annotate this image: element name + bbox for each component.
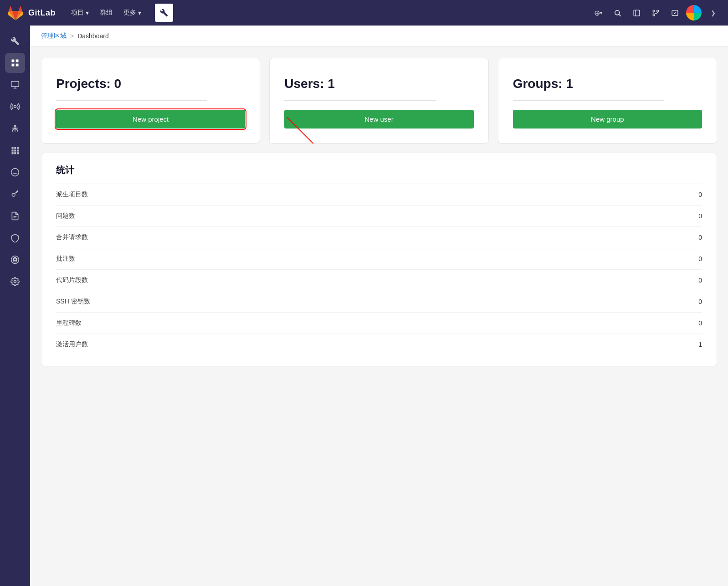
sidebar-item-shield[interactable] (5, 228, 25, 248)
stats-row: 合并请求数 0 (56, 227, 702, 248)
sidebar-item-monitor[interactable] (5, 75, 25, 95)
svg-rect-2 (634, 10, 640, 16)
svg-rect-12 (11, 82, 19, 87)
sidebar-item-docs[interactable] (5, 206, 25, 226)
sidebar (0, 26, 30, 586)
nav-projects[interactable]: 项目 ▾ (67, 6, 93, 20)
svg-point-16 (14, 125, 15, 127)
nav-groups[interactable]: 群组 (95, 6, 117, 20)
svg-rect-11 (16, 64, 19, 67)
sidebar-grid-icon (10, 58, 20, 67)
svg-line-31 (15, 190, 18, 194)
nav-more[interactable]: 更多 ▾ (119, 6, 146, 20)
stats-row: 问题数 0 (56, 206, 702, 227)
sidebar-anchor-icon (10, 124, 20, 133)
svg-point-39 (16, 258, 17, 260)
sidebar-monitor-icon (10, 80, 20, 89)
stat-value-2: 0 (698, 234, 702, 241)
stats-cards-row: Projects: 0 New project Users: 1 New use… (41, 58, 717, 144)
merge-request-icon (652, 9, 660, 17)
sidebar-item-anchor[interactable] (5, 118, 25, 139)
statistics-section: 统计 派生项目数 0 问题数 0 合并请求数 0 批注数 0 代码片段数 0 (41, 153, 717, 366)
svg-point-27 (11, 169, 19, 176)
svg-point-40 (14, 281, 16, 283)
sidebar-shield-icon (10, 233, 20, 242)
stat-value-3: 0 (698, 255, 702, 262)
sidebar-document-icon (10, 211, 20, 221)
svg-line-33 (16, 192, 17, 193)
projects-stat-label: Projects: 0 (56, 77, 121, 91)
svg-line-32 (17, 191, 18, 192)
sidebar-key-icon (10, 190, 20, 199)
stat-name-7: 激活用户数 (56, 340, 88, 349)
stats-row: 代码片段数 0 (56, 270, 702, 291)
main-content-area: 管理区域 > Dashboard Projects: 0 New project… (30, 26, 728, 586)
groups-divider (513, 100, 664, 101)
svg-rect-10 (12, 64, 15, 67)
stats-row: 激活用户数 1 (56, 334, 702, 355)
wrench-icon (160, 9, 168, 17)
stat-name-0: 派生项目数 (56, 190, 88, 199)
user-avatar[interactable] (686, 5, 702, 21)
search-button[interactable] (610, 5, 625, 21)
sidebar-toggle-button[interactable] (629, 5, 644, 21)
projects-divider (56, 100, 207, 101)
merge-request-button[interactable] (648, 5, 663, 21)
stat-name-1: 问题数 (56, 212, 75, 220)
svg-rect-22 (14, 149, 16, 151)
svg-rect-24 (12, 152, 14, 154)
sidebar-item-emoji[interactable] (5, 162, 25, 182)
stats-section-title: 统计 (56, 164, 702, 176)
svg-rect-19 (14, 147, 16, 149)
search-icon (614, 9, 621, 17)
main-layout: 管理区域 > Dashboard Projects: 0 New project… (0, 26, 728, 586)
sidebar-apps-icon (10, 146, 20, 155)
gitlab-logo (7, 5, 24, 21)
sidebar-item-keys[interactable] (5, 184, 25, 204)
groups-stat-label: Groups: 1 (513, 77, 573, 91)
breadcrumb-separator: > (70, 32, 74, 40)
svg-point-30 (12, 193, 15, 196)
svg-rect-18 (12, 147, 14, 149)
svg-rect-25 (14, 152, 16, 154)
sidebar-palette-icon (10, 255, 20, 264)
main-nav-items: 项目 ▾ 群组 更多 ▾ (67, 6, 146, 20)
stat-value-1: 0 (698, 212, 702, 220)
groups-card: Groups: 1 New group (498, 58, 717, 144)
users-card: Users: 1 New user (269, 58, 488, 144)
users-divider (284, 100, 436, 101)
sidebar-item-settings[interactable] (5, 272, 25, 292)
new-group-button[interactable]: New group (513, 110, 702, 129)
breadcrumb-parent[interactable]: 管理区域 (41, 32, 67, 40)
new-project-button[interactable]: New project (56, 110, 245, 129)
page-content: Projects: 0 New project Users: 1 New use… (30, 47, 728, 377)
stats-cards-wrapper: Projects: 0 New project Users: 1 New use… (41, 58, 717, 144)
top-navigation: GitLab 项目 ▾ 群组 更多 ▾ ⊕▾ (0, 0, 728, 26)
svg-rect-8 (12, 60, 15, 62)
breadcrumb: 管理区域 > Dashboard (30, 26, 728, 47)
sidebar-item-dashboard[interactable] (5, 53, 25, 73)
admin-wrench-button[interactable] (155, 4, 173, 22)
sidebar-smile-icon (10, 168, 20, 177)
logo-area[interactable]: GitLab (7, 5, 56, 21)
stat-name-4: 代码片段数 (56, 276, 88, 284)
plus-dropdown-button[interactable]: ⊕▾ (590, 5, 606, 21)
svg-point-15 (14, 106, 16, 108)
svg-point-38 (15, 257, 16, 259)
chevron-right-icon[interactable]: ❯ (705, 5, 721, 21)
todo-button[interactable] (667, 5, 682, 21)
right-icon-group: ⊕▾ ❯ (590, 5, 721, 21)
sidebar-item-apps[interactable] (5, 140, 25, 160)
svg-rect-23 (17, 149, 19, 151)
stat-name-3: 批注数 (56, 255, 75, 263)
sidebar-item-wrench[interactable] (5, 31, 25, 51)
svg-line-1 (619, 14, 620, 16)
sidebar-item-palette[interactable] (5, 250, 25, 270)
stats-row: 派生项目数 0 (56, 184, 702, 206)
sidebar-settings-icon (10, 277, 20, 286)
breadcrumb-current: Dashboard (77, 32, 109, 40)
svg-point-5 (656, 10, 658, 12)
svg-point-0 (615, 10, 619, 15)
sidebar-item-broadcast[interactable] (5, 97, 25, 117)
new-user-button[interactable]: New user (284, 110, 473, 129)
